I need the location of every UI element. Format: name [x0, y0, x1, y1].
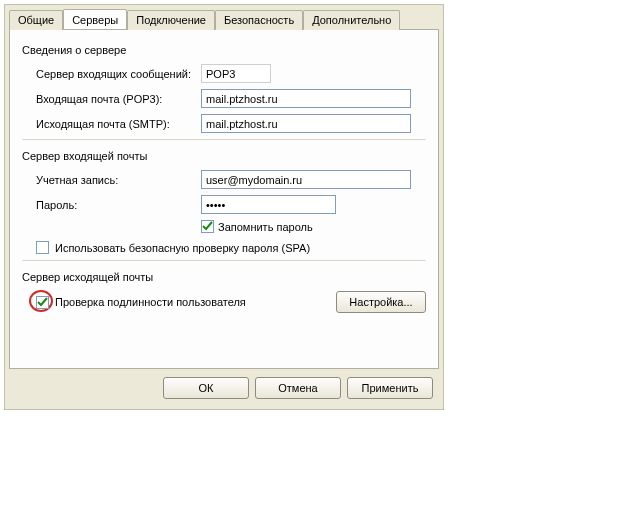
input-password[interactable] [201, 195, 336, 214]
group-outgoing-server: Сервер исходящей почты [22, 271, 426, 283]
button-settings[interactable]: Настройка... [336, 291, 426, 313]
input-outgoing-smtp[interactable] [201, 114, 411, 133]
separator [22, 139, 426, 140]
value-incoming-type: POP3 [201, 64, 271, 83]
label-auth: Проверка подлинности пользователя [55, 296, 246, 308]
properties-dialog: Общие Серверы Подключение Безопасность Д… [4, 4, 444, 410]
window: Общие Серверы Подключение Безопасность Д… [0, 0, 640, 512]
checkbox-spa[interactable] [36, 241, 49, 254]
row-spa: Использовать безопасную проверку пароля … [22, 241, 426, 254]
button-cancel[interactable]: Отмена [255, 377, 341, 399]
label-account: Учетная запись: [36, 174, 201, 186]
tab-advanced[interactable]: Дополнительно [303, 10, 400, 30]
input-account[interactable] [201, 170, 411, 189]
checkbox-remember-password[interactable] [201, 220, 214, 233]
row-incoming-type: Сервер входящих сообщений: POP3 [22, 64, 426, 83]
separator [22, 260, 426, 261]
tab-strip: Общие Серверы Подключение Безопасность Д… [5, 5, 443, 29]
button-ok[interactable]: ОК [163, 377, 249, 399]
label-password: Пароль: [36, 199, 201, 211]
row-password: Пароль: [22, 195, 426, 214]
label-incoming-type: Сервер входящих сообщений: [36, 68, 201, 80]
tab-connection[interactable]: Подключение [127, 10, 215, 30]
row-auth: Проверка подлинности пользователя Настро… [22, 291, 426, 313]
checkbox-auth[interactable] [36, 296, 49, 309]
row-remember: Запомнить пароль [22, 220, 426, 233]
label-incoming-pop: Входящая почта (POP3): [36, 93, 201, 105]
tab-servers[interactable]: Серверы [63, 9, 127, 29]
label-outgoing-smtp: Исходящая почта (SMTP): [36, 118, 201, 130]
input-incoming-pop[interactable] [201, 89, 411, 108]
label-spa: Использовать безопасную проверку пароля … [55, 242, 310, 254]
tab-panel-servers: Сведения о сервере Сервер входящих сообщ… [9, 29, 439, 369]
row-incoming-pop: Входящая почта (POP3): [22, 89, 426, 108]
group-incoming-server: Сервер входящей почты [22, 150, 426, 162]
dialog-buttons: ОК Отмена Применить [5, 377, 443, 409]
button-apply[interactable]: Применить [347, 377, 433, 399]
tab-general[interactable]: Общие [9, 10, 63, 30]
label-remember-password: Запомнить пароль [218, 221, 313, 233]
tab-security[interactable]: Безопасность [215, 10, 303, 30]
row-account: Учетная запись: [22, 170, 426, 189]
row-outgoing-smtp: Исходящая почта (SMTP): [22, 114, 426, 133]
group-server-info: Сведения о сервере [22, 44, 426, 56]
